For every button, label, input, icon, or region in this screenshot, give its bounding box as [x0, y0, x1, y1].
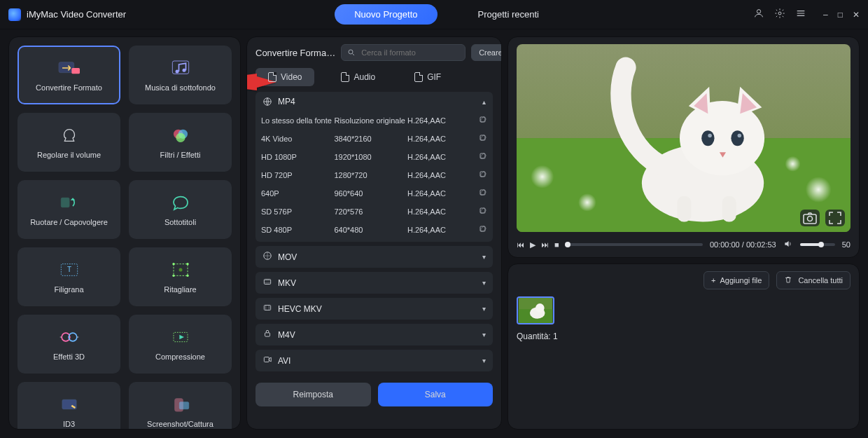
format-row[interactable]: Lo stesso della fonte Risoluzione origin… [261, 111, 487, 130]
tool-subtitles[interactable]: Sottotitoli [129, 180, 232, 239]
tool-label: Convertire Formato [36, 83, 102, 92]
accordion-header-mp4[interactable]: MP4 ▴ [255, 92, 493, 111]
format-panel-title: Convertire Forma… [255, 48, 335, 58]
tool-adjust-volume[interactable]: Regolare il volume [18, 113, 120, 172]
accordion-header[interactable]: MKV ▾ [255, 272, 493, 294]
next-button[interactable]: ⏭ [541, 240, 549, 249]
watermark-icon: T [55, 260, 83, 280]
titlebar: iMyMac Video Converter Nuovo Progetto Pr… [0, 0, 868, 29]
format-group-label: MOV [278, 252, 297, 262]
preview-panel: ⏮ ▶ ⏭ ■ 00:00:00 / 00:02:53 50 [507, 36, 860, 258]
tool-label: Ruotare / Capovolgere [30, 218, 108, 226]
format-row[interactable]: HD 1080P 1920*1080 H.264,AAC [261, 148, 487, 166]
svg-rect-38 [264, 280, 270, 285]
window-close-button[interactable]: ✕ [853, 10, 860, 20]
edit-format-button[interactable] [479, 170, 487, 180]
format-name: HD 1080P [261, 153, 334, 161]
document-icon [268, 72, 276, 82]
format-resolution: 3840*2160 [334, 135, 407, 143]
format-codec: H.264,AAC [407, 226, 473, 234]
format-resolution: 1920*1080 [334, 153, 407, 161]
app-logo-icon [8, 8, 21, 21]
reset-button[interactable]: Reimposta [255, 383, 371, 406]
format-row[interactable]: 4K Video 3840*2160 H.264,AAC [261, 130, 487, 148]
tool-label: Filtri / Effetti [160, 151, 201, 159]
clear-all-button[interactable]: Cancella tutti [776, 271, 850, 289]
tool-watermark[interactable]: T Filigrana [18, 247, 120, 306]
tool-label: Compressione [155, 353, 205, 361]
format-name: 4K Video [261, 135, 334, 143]
svg-point-56 [731, 130, 743, 146]
accordion-header[interactable]: MOV ▾ [255, 246, 493, 268]
format-row[interactable]: HD 720P 1280*720 H.264,AAC [261, 166, 487, 184]
format-resolution: 960*640 [334, 189, 407, 198]
tab-new-project[interactable]: Nuovo Progetto [335, 4, 437, 25]
play-button[interactable]: ▶ [530, 240, 536, 249]
add-file-button[interactable]: + Aggiungi file [704, 271, 769, 289]
prev-button[interactable]: ⏮ [517, 240, 524, 249]
tool-bg-music[interactable]: Musica di sottofondo [129, 46, 232, 104]
edit-format-button[interactable] [479, 225, 487, 235]
format-row[interactable]: SD 576P 720*576 H.264,AAC [261, 203, 487, 221]
screenshot-icon [167, 395, 195, 414]
format-tab-video[interactable]: Video [255, 68, 314, 86]
format-search-input[interactable] [360, 48, 459, 57]
files-panel: + Aggiungi file Cancella tutti Quantità:… [507, 264, 860, 430]
accordion-header[interactable]: HEVC MKV ▾ [255, 298, 493, 320]
volume-icon[interactable] [783, 239, 793, 250]
filters-effects-icon [167, 125, 195, 145]
format-row[interactable]: 640P 960*640 H.264,AAC [261, 184, 487, 203]
volume-slider[interactable] [800, 243, 835, 246]
format-search[interactable] [341, 44, 465, 61]
file-thumbnail[interactable] [517, 296, 554, 324]
fullscreen-icon [825, 210, 845, 226]
svg-point-1 [778, 12, 781, 15]
tool-3d-effects[interactable]: Effetti 3D [18, 315, 120, 374]
accordion-section: HEVC MKV ▾ [255, 298, 493, 320]
tool-compression[interactable]: Compressione [129, 315, 232, 374]
format-name: SD 576P [261, 207, 334, 216]
format-name: 640P [261, 189, 334, 198]
edit-format-button[interactable] [479, 207, 487, 217]
format-group-icon [262, 329, 272, 341]
edit-format-button[interactable] [479, 116, 487, 125]
accordion-header[interactable]: AVI ▾ [255, 350, 493, 371]
accordion-section: AVI ▾ [255, 350, 493, 371]
window-minimize-button[interactable]: – [823, 10, 828, 20]
gear-icon[interactable] [774, 8, 785, 21]
accordion-header[interactable]: M4V ▾ [255, 324, 493, 345]
edit-format-button[interactable] [479, 152, 487, 162]
svg-rect-60 [677, 196, 691, 222]
edit-format-button[interactable] [479, 134, 487, 144]
video-preview[interactable] [517, 44, 850, 232]
tool-convert-format[interactable]: Convertire Formato [18, 46, 120, 104]
tool-id3[interactable]: ID3 [18, 382, 120, 430]
tool-rotate-flip[interactable]: Ruotare / Capovolgere [18, 180, 120, 239]
edit-format-button[interactable] [479, 189, 487, 198]
format-resolution: 720*576 [334, 207, 407, 216]
window-maximize-button[interactable]: □ [838, 10, 843, 20]
format-row[interactable]: SD 480P 640*480 H.264,AAC [261, 221, 487, 239]
chevron-down-icon: ▾ [482, 357, 486, 364]
tool-crop[interactable]: Ritagliare [129, 247, 232, 306]
fullscreen-button[interactable] [825, 210, 845, 226]
accordion-section-mp4: MP4 ▴ Lo stesso della fonte Risoluzione … [255, 92, 493, 242]
chevron-down-icon: ▾ [482, 279, 486, 287]
tool-screenshot[interactable]: Screenshot/Cattura [129, 382, 232, 430]
user-icon[interactable] [753, 8, 764, 21]
create-format-button[interactable]: Creare [471, 44, 502, 61]
save-button[interactable]: Salva [378, 383, 493, 406]
chevron-down-icon: ▾ [482, 253, 486, 261]
format-tab-gif[interactable]: GIF [402, 68, 454, 86]
timeline-slider[interactable] [566, 243, 703, 246]
format-tab-audio[interactable]: Audio [328, 68, 388, 86]
hamburger-icon[interactable] [795, 8, 806, 21]
snapshot-button[interactable] [800, 210, 820, 226]
stop-button[interactable]: ■ [554, 240, 559, 249]
plus-icon: + [711, 276, 715, 285]
tab-recent-projects[interactable]: Progetti recenti [458, 4, 559, 25]
tool-filters-effects[interactable]: Filtri / Effetti [129, 113, 232, 172]
tool-label: Regolare il volume [37, 151, 101, 159]
svg-point-27 [349, 50, 353, 54]
tool-label: Ritagliare [164, 285, 196, 294]
